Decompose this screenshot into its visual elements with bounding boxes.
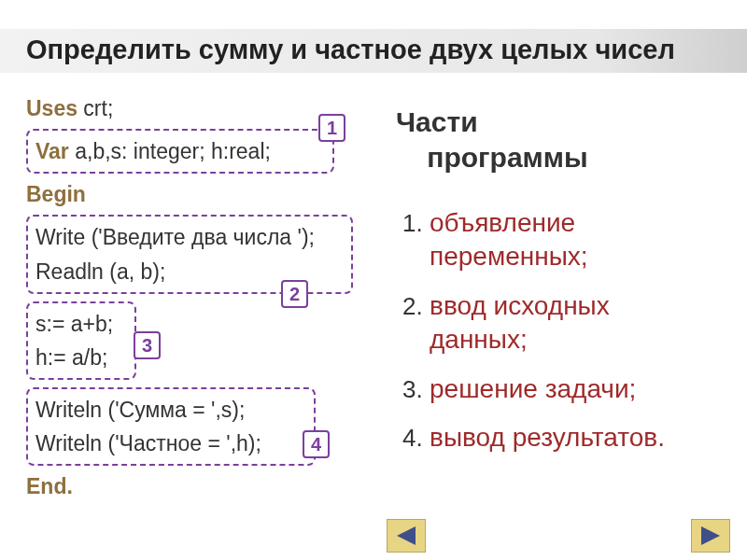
- triangle-left-icon: [393, 525, 419, 547]
- code-calc-sum: s:= a+b;: [35, 307, 127, 341]
- list-item: объявление переменных;: [430, 206, 713, 274]
- next-button[interactable]: [691, 519, 730, 553]
- box-var-declaration: Var a,b,s: integer; h:real; 1: [26, 129, 334, 174]
- keyword-var: Var: [35, 139, 69, 163]
- box-calc: s:= a+b; h:= a/b; 3: [26, 301, 136, 380]
- code-var-line: Var a,b,s: integer; h:real;: [35, 134, 325, 168]
- tag-3: 3: [134, 331, 161, 359]
- slide: Определить сумму и частное двух целых чи…: [0, 0, 747, 560]
- keyword-begin: Begin: [26, 182, 86, 206]
- code-end: End.: [26, 468, 374, 505]
- tag-4: 4: [303, 430, 330, 458]
- keyword-uses: Uses: [26, 96, 78, 120]
- slide-title: Определить сумму и частное двух целых чи…: [0, 29, 747, 73]
- code-writeln-sum: Writeln ('Сумма = ',s);: [35, 393, 306, 427]
- svg-marker-0: [397, 526, 416, 545]
- program-parts-list: объявление переменных; ввод исходных дан…: [396, 206, 713, 455]
- prev-button[interactable]: [387, 519, 426, 553]
- heading-line-2: программы: [427, 142, 587, 173]
- program-parts-heading: Части программы: [396, 105, 713, 175]
- code-begin: Begin: [26, 175, 374, 213]
- svg-marker-1: [701, 526, 720, 545]
- heading-line-1: Части: [396, 106, 478, 137]
- list-item: решение задачи;: [430, 372, 713, 406]
- code-var-text: a,b,s: integer; h:real;: [69, 139, 271, 163]
- code-writeln-quot: Writeln ('Частное = ',h);: [35, 427, 306, 460]
- triangle-right-icon: [698, 525, 724, 547]
- tag-2: 2: [281, 280, 308, 308]
- keyword-end: End.: [26, 474, 73, 498]
- box-output: Writeln ('Сумма = ',s); Writeln ('Частно…: [26, 387, 316, 466]
- list-item: вывод результатов.: [430, 421, 713, 455]
- code-block: Uses crt; Var a,b,s: integer; h:real; 1 …: [26, 90, 374, 505]
- code-uses-text: crt;: [78, 96, 113, 120]
- program-parts-panel: Части программы объявление переменных; в…: [396, 105, 713, 481]
- code-write-prompt: Write ('Введите два числа ');: [35, 220, 344, 254]
- list-item: ввод исходных данных;: [430, 289, 713, 357]
- box-input: Write ('Введите два числа '); Readln (a,…: [26, 215, 353, 293]
- tag-1: 1: [318, 114, 345, 142]
- code-calc-div: h:= a/b;: [35, 341, 127, 374]
